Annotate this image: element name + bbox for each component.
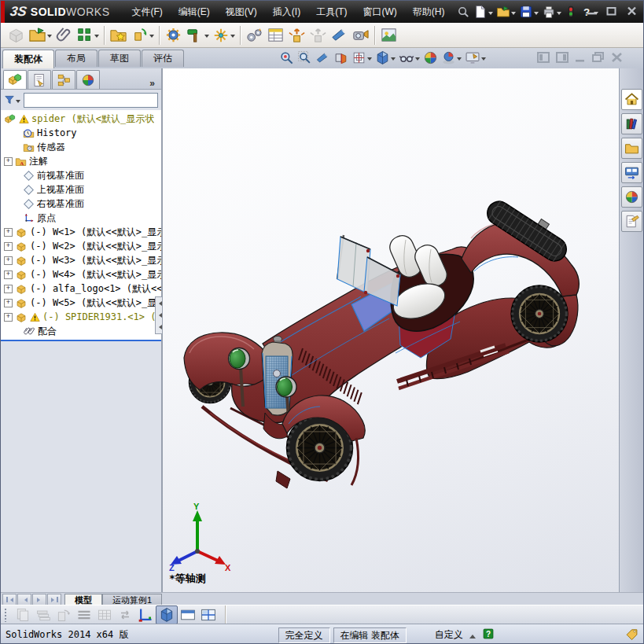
tree-item-right-plane[interactable]: 右视基准面 bbox=[1, 197, 161, 211]
expander-icon[interactable]: + bbox=[4, 270, 13, 279]
swap-views-button[interactable] bbox=[115, 606, 135, 624]
prev-tab-button[interactable] bbox=[17, 594, 31, 605]
tree-item-component-w1[interactable]: +(-) W<1> (默认<<默认>_显示 bbox=[1, 225, 161, 239]
traffic-light-icon[interactable] bbox=[563, 3, 579, 20]
panel-expand-chevron[interactable]: » bbox=[149, 78, 155, 89]
hide-show-items-icon[interactable] bbox=[397, 50, 421, 66]
shaded-view-button[interactable] bbox=[156, 605, 178, 624]
search-icon[interactable] bbox=[455, 4, 472, 20]
expander-icon[interactable]: + bbox=[4, 299, 13, 307]
menu-help[interactable]: 帮助(H) bbox=[405, 1, 453, 24]
axes-display-button[interactable] bbox=[135, 606, 156, 624]
tab-model[interactable]: 模型 bbox=[64, 594, 102, 605]
tree-item-top-plane[interactable]: 上视基准面 bbox=[1, 182, 161, 197]
tree-item-sensors[interactable]: 传感器 bbox=[1, 140, 161, 154]
tree-item-component-alfa-logo[interactable]: +(-) alfa_logo<1> (默认<<默 bbox=[1, 282, 161, 296]
filter-funnel-icon[interactable] bbox=[4, 94, 20, 105]
open-button[interactable] bbox=[495, 3, 517, 20]
single-viewport-button[interactable] bbox=[178, 606, 198, 624]
menu-view[interactable]: 视图(V) bbox=[218, 1, 265, 24]
custom-properties-button[interactable] bbox=[621, 211, 642, 232]
tab-motion-study-1[interactable]: 运动算例1 bbox=[102, 594, 162, 605]
view-settings-icon[interactable] bbox=[463, 50, 488, 66]
line-weights-button[interactable] bbox=[74, 606, 94, 624]
expander-icon[interactable]: + bbox=[4, 285, 13, 293]
tree-item-component-w3[interactable]: +(-) W<3> (默认<<默认>_显示 bbox=[1, 253, 161, 267]
view-palette-button[interactable] bbox=[621, 162, 642, 183]
edit-appearance-icon[interactable] bbox=[421, 50, 440, 66]
rotate-sheet-button[interactable] bbox=[53, 606, 74, 624]
toolbar-drag-handle[interactable] bbox=[4, 608, 8, 622]
tree-item-history[interactable]: History bbox=[1, 126, 161, 140]
zoom-to-area-icon[interactable] bbox=[296, 50, 314, 66]
tree-item-component-w2[interactable]: +(-) W<2> (默认<<默认>_显示 bbox=[1, 239, 161, 253]
minimize-document-icon[interactable] bbox=[575, 52, 586, 66]
units-label[interactable]: 自定义 bbox=[435, 628, 463, 642]
tab-propertymanager[interactable] bbox=[28, 70, 51, 89]
new-motion-study-button[interactable] bbox=[244, 24, 265, 46]
section-view-icon[interactable] bbox=[332, 50, 350, 66]
tree-item-mates[interactable]: 配合 bbox=[1, 324, 161, 338]
explode-line-sketch-button[interactable] bbox=[307, 24, 329, 46]
tag-icon[interactable] bbox=[625, 627, 638, 643]
tree-item-front-plane[interactable]: 前视基准面 bbox=[1, 168, 161, 182]
tab-layout[interactable]: 布局 bbox=[55, 50, 98, 67]
tab-evaluate[interactable]: 评估 bbox=[142, 50, 184, 67]
new-document-button[interactable] bbox=[472, 3, 495, 20]
design-library-button[interactable] bbox=[621, 113, 642, 134]
panel-toggle-right-icon[interactable] bbox=[556, 52, 569, 66]
smart-fasteners-button[interactable] bbox=[108, 24, 129, 46]
previous-view-icon[interactable] bbox=[314, 50, 332, 66]
bill-of-materials-button[interactable] bbox=[265, 24, 286, 46]
tab-featuremanager-design-tree[interactable] bbox=[3, 70, 27, 89]
assembly-tools-button[interactable] bbox=[184, 24, 211, 46]
tree-item-origin[interactable]: 原点 bbox=[1, 211, 161, 225]
menu-window[interactable]: 窗口(W) bbox=[355, 1, 404, 24]
minimize-button[interactable] bbox=[584, 5, 598, 17]
assembly-features-button[interactable] bbox=[163, 24, 184, 46]
last-tab-button[interactable] bbox=[47, 594, 61, 605]
layers-button[interactable] bbox=[33, 606, 53, 624]
panel-toggle-left-icon[interactable] bbox=[537, 52, 550, 66]
panel-splitter-grip[interactable] bbox=[155, 296, 163, 334]
tree-filter-input[interactable] bbox=[24, 93, 158, 108]
expander-icon[interactable]: + bbox=[4, 313, 13, 322]
image-capture-button[interactable] bbox=[378, 24, 399, 46]
reference-geometry-button[interactable] bbox=[211, 24, 237, 46]
grid-button[interactable] bbox=[94, 606, 115, 624]
expander-icon[interactable]: + bbox=[4, 256, 13, 265]
first-tab-button[interactable] bbox=[2, 594, 17, 605]
file-explorer-button[interactable] bbox=[621, 138, 642, 159]
menu-tools[interactable]: 工具(T) bbox=[308, 1, 355, 24]
expander-icon[interactable]: + bbox=[4, 242, 13, 251]
tree-item-component-w5[interactable]: +(-) W<5> (默认<<默认>_显示 bbox=[1, 296, 161, 310]
menu-file[interactable]: 文件(F) bbox=[123, 1, 170, 24]
sheet-pages-button[interactable] bbox=[13, 606, 33, 624]
tree-item-annotations[interactable]: +注解 bbox=[1, 154, 161, 168]
take-snapshot-button[interactable] bbox=[350, 24, 371, 46]
menu-edit[interactable]: 编辑(E) bbox=[171, 1, 218, 24]
solidworks-resources-button[interactable] bbox=[621, 89, 642, 110]
view-orientation-icon[interactable] bbox=[350, 50, 374, 66]
tab-displaymanager[interactable] bbox=[76, 70, 100, 89]
appearances-button[interactable] bbox=[621, 186, 642, 208]
apply-scene-icon[interactable] bbox=[440, 50, 463, 66]
expander-icon[interactable]: + bbox=[4, 157, 13, 166]
close-button[interactable] bbox=[625, 5, 638, 17]
graphics-viewport[interactable]: Y X Z *等轴测 bbox=[163, 68, 621, 592]
quick-tips-icon[interactable] bbox=[482, 627, 495, 642]
mate-button[interactable] bbox=[53, 24, 75, 46]
wheel-rear[interactable] bbox=[511, 285, 568, 342]
units-dropdown-arrow[interactable] bbox=[469, 631, 476, 638]
save-button[interactable] bbox=[517, 3, 540, 20]
insert-component-button[interactable] bbox=[6, 24, 27, 46]
tree-item-root[interactable]: spider (默认<默认_显示状 bbox=[1, 112, 161, 126]
print-button[interactable] bbox=[540, 3, 563, 20]
restore-button[interactable] bbox=[605, 5, 618, 17]
zoom-to-fit-icon[interactable] bbox=[278, 50, 296, 66]
interference-detection-button[interactable] bbox=[329, 24, 350, 46]
tab-configurationmanager[interactable] bbox=[52, 70, 75, 89]
tree-item-component-spider1931[interactable]: +(-) SPIDER1931.<1> (默认 bbox=[1, 310, 161, 324]
move-component-button[interactable] bbox=[129, 24, 156, 46]
next-tab-button[interactable] bbox=[32, 594, 46, 605]
